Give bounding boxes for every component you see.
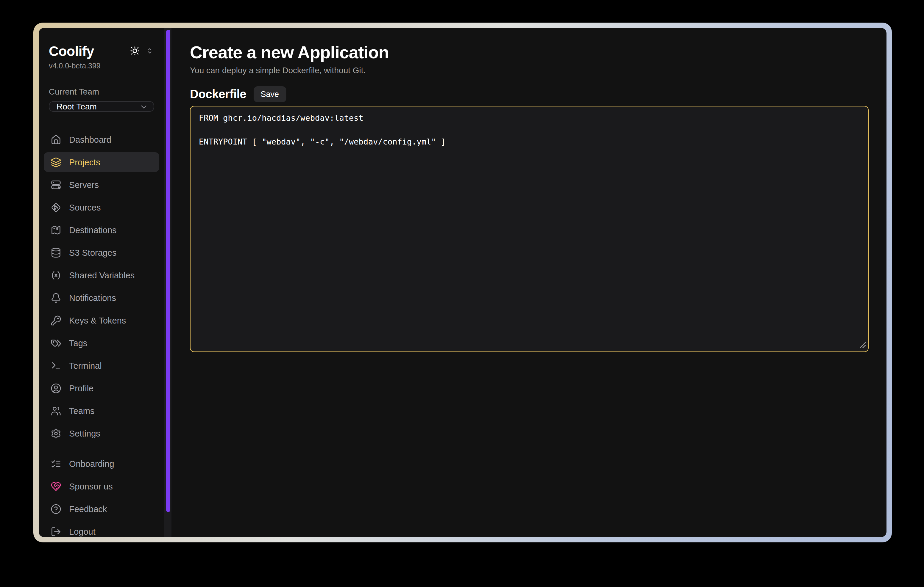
sidebar-item-teams[interactable]: Teams — [44, 401, 159, 421]
sidebar-item-profile[interactable]: Profile — [44, 378, 159, 398]
user-circle-icon — [51, 383, 61, 393]
sidebar-item-s3-storages[interactable]: S3 Storages — [44, 243, 159, 262]
sidebar-item-label: S3 Storages — [69, 248, 117, 257]
sidebar-item-label: Profile — [69, 383, 94, 393]
chevron-down-icon — [139, 102, 148, 111]
terminal-icon — [51, 360, 61, 371]
sidebar-item-shared-variables[interactable]: Shared Variables — [44, 265, 159, 285]
sidebar-item-label: Feedback — [69, 504, 107, 513]
sidebar-item-sources[interactable]: Sources — [44, 197, 159, 217]
sidebar-item-terminal[interactable]: Terminal — [44, 356, 159, 375]
sidebar-item-servers[interactable]: Servers — [44, 175, 159, 194]
chevrons-up-down-icon — [145, 46, 154, 55]
sidebar-item-label: Sources — [69, 202, 101, 212]
app-logo: Coolify — [49, 43, 94, 59]
sidebar-item-settings[interactable]: Settings — [44, 423, 159, 443]
sidebar-item-label: Terminal — [69, 361, 102, 370]
theme-toggle-button[interactable] — [130, 46, 140, 56]
sidebar-scrollbar-track — [164, 28, 172, 537]
sidebar-nav: Dashboard Projects Servers Sources — [44, 130, 159, 537]
sidebar-item-label: Keys & Tokens — [69, 316, 126, 325]
sidebar-scrollbar-thumb[interactable] — [166, 30, 170, 512]
sidebar-item-keys-tokens[interactable]: Keys & Tokens — [44, 311, 159, 330]
coolify-app-window: Coolify — [39, 28, 886, 537]
sidebar-item-label: Notifications — [69, 293, 116, 303]
sidebar-item-dashboard[interactable]: Dashboard — [44, 130, 159, 149]
map-icon — [51, 225, 61, 235]
sidebar-item-label: Destinations — [69, 225, 117, 235]
sidebar: Coolify — [39, 28, 164, 537]
logo-row: Coolify — [44, 43, 159, 59]
page-title: Create a new Application — [190, 42, 869, 62]
sidebar-item-logout[interactable]: Logout — [44, 521, 159, 537]
list-checks-icon — [51, 458, 61, 469]
sidebar-item-notifications[interactable]: Notifications — [44, 288, 159, 307]
nav-group-divider — [44, 446, 159, 454]
layers-icon — [51, 157, 61, 168]
variable-icon — [51, 270, 61, 280]
sidebar-item-label: Servers — [69, 180, 99, 189]
desktop: Coolify — [0, 0, 924, 587]
sidebar-item-onboarding[interactable]: Onboarding — [44, 454, 159, 474]
save-button[interactable]: Save — [253, 86, 286, 102]
help-circle-icon — [51, 503, 61, 514]
server-icon — [51, 179, 61, 190]
sidebar-item-feedback[interactable]: Feedback — [44, 499, 159, 519]
sidebar-item-projects[interactable]: Projects — [44, 152, 159, 172]
current-team-label: Current Team — [44, 87, 159, 96]
sidebar-item-label: Shared Variables — [69, 270, 135, 280]
sidebar-item-label: Sponsor us — [69, 482, 113, 491]
dockerfile-editor-wrap: FROM ghcr.io/hacdias/webdav:latest ENTRY… — [190, 106, 869, 352]
team-select[interactable]: Root Team — [49, 101, 154, 112]
sidebar-item-sponsor-us[interactable]: Sponsor us — [44, 476, 159, 496]
main-content: Create a new Application You can deploy … — [172, 28, 886, 537]
app-version: v4.0.0-beta.399 — [44, 61, 159, 71]
sidebar-collapse-button[interactable] — [145, 46, 154, 55]
sidebar-item-label: Dashboard — [69, 135, 111, 144]
sidebar-item-label: Settings — [69, 429, 100, 438]
home-icon — [51, 134, 61, 145]
dockerfile-editor[interactable]: FROM ghcr.io/hacdias/webdav:latest ENTRY… — [190, 106, 869, 352]
section-title-dockerfile: Dockerfile — [190, 87, 246, 101]
bell-icon — [51, 292, 61, 303]
sidebar-item-destinations[interactable]: Destinations — [44, 220, 159, 240]
git-diamond-icon — [51, 202, 61, 213]
team-select-value: Root Team — [56, 102, 97, 111]
key-icon — [51, 315, 61, 326]
page-subtitle: You can deploy a simple Dockerfile, with… — [190, 66, 869, 76]
heart-handshake-icon — [51, 481, 61, 492]
sidebar-item-label: Onboarding — [69, 459, 114, 469]
database-icon — [51, 247, 61, 258]
sidebar-item-label: Projects — [69, 157, 100, 167]
gear-icon — [51, 428, 61, 439]
sidebar-item-label: Tags — [69, 338, 87, 348]
users-icon — [51, 405, 61, 416]
window-frame: Coolify — [33, 23, 892, 543]
sidebar-item-label: Logout — [69, 527, 96, 536]
sidebar-item-tags[interactable]: Tags — [44, 333, 159, 353]
sidebar-item-label: Teams — [69, 406, 94, 415]
tags-icon — [51, 337, 61, 348]
sun-icon — [130, 46, 140, 56]
logout-icon — [51, 526, 61, 537]
